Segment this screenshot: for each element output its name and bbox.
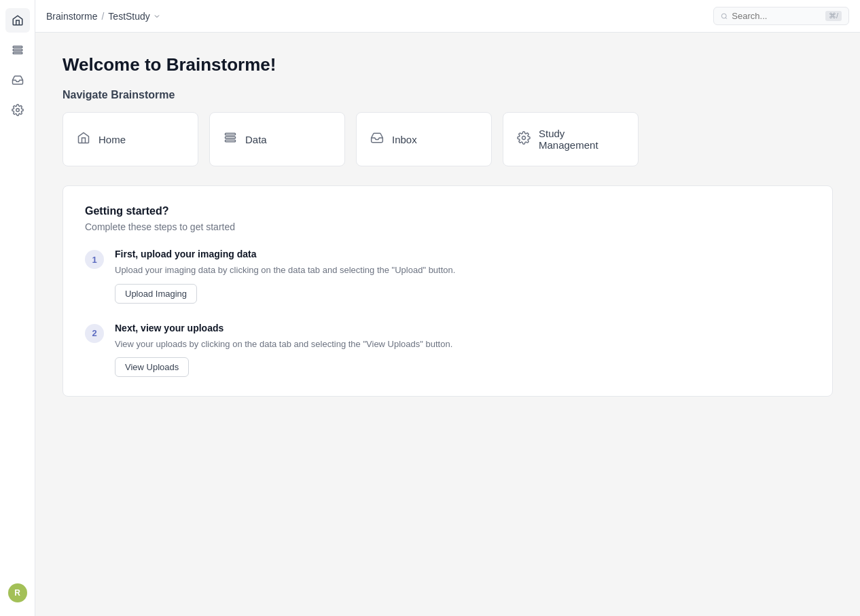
step-1-content: First, upload your imaging data Upload y… <box>115 249 810 304</box>
svg-rect-2 <box>13 52 22 54</box>
page-title: Welcome to Brainstorme! <box>62 54 833 75</box>
step-1-number: 1 <box>85 250 104 269</box>
sidebar-item-settings[interactable] <box>5 98 30 122</box>
breadcrumb-separator: / <box>101 11 104 22</box>
sidebar-item-inbox[interactable] <box>5 68 30 92</box>
step-2-description: View your uploads by clicking on the dat… <box>115 338 810 351</box>
step-2-content: Next, view your uploads View your upload… <box>115 323 810 378</box>
svg-rect-6 <box>226 137 236 139</box>
nav-card-inbox[interactable]: Inbox <box>356 112 492 166</box>
svg-rect-0 <box>13 46 22 48</box>
nav-card-data-label: Data <box>245 134 267 145</box>
upload-imaging-button[interactable]: Upload Imaging <box>115 284 197 304</box>
nav-card-home[interactable]: Home <box>62 112 198 166</box>
step-2: 2 Next, view your uploads View your uplo… <box>85 323 810 378</box>
svg-point-4 <box>721 14 726 18</box>
search-input[interactable] <box>732 11 821 21</box>
view-uploads-button[interactable]: View Uploads <box>115 357 189 377</box>
step-2-title: Next, view your uploads <box>115 323 810 333</box>
breadcrumb: Brainstorme / TestStudy <box>46 11 161 22</box>
step-1: 1 First, upload your imaging data Upload… <box>85 249 810 304</box>
nav-cards: Home Data Inbox Study Management <box>62 112 833 166</box>
nav-card-study-management[interactable]: Study Management <box>503 112 639 166</box>
sidebar: R <box>0 0 35 616</box>
user-avatar[interactable]: R <box>8 583 27 602</box>
page-content: Welcome to Brainstorme! Navigate Brainst… <box>35 33 860 616</box>
breadcrumb-current-label: TestStudy <box>108 11 149 22</box>
nav-card-inbox-label: Inbox <box>392 134 417 145</box>
svg-rect-1 <box>13 50 22 51</box>
main-content: Brainstorme / TestStudy ⌘/ Welcome to Br… <box>35 0 860 616</box>
search-bar[interactable]: ⌘/ <box>713 7 849 25</box>
svg-point-8 <box>522 136 526 139</box>
breadcrumb-root[interactable]: Brainstorme <box>46 11 97 22</box>
sidebar-item-home[interactable] <box>5 8 30 33</box>
step-2-number: 2 <box>85 324 104 343</box>
getting-started-title: Getting started? <box>85 205 810 217</box>
nav-card-data[interactable]: Data <box>209 112 345 166</box>
search-shortcut: ⌘/ <box>825 11 842 21</box>
chevron-down-icon <box>153 12 161 20</box>
svg-rect-7 <box>226 140 236 142</box>
data-nav-icon <box>223 131 237 148</box>
getting-started-subtitle: Complete these steps to get started <box>85 221 810 232</box>
sidebar-item-data[interactable] <box>5 38 30 62</box>
inbox-nav-icon <box>370 131 384 148</box>
study-management-nav-icon <box>517 131 531 148</box>
home-nav-icon <box>77 131 90 148</box>
nav-card-study-management-label: Study Management <box>539 128 624 151</box>
svg-rect-5 <box>226 133 236 135</box>
nav-card-home-label: Home <box>98 134 126 145</box>
getting-started-card: Getting started? Complete these steps to… <box>62 185 833 397</box>
search-icon <box>721 12 728 21</box>
topbar: Brainstorme / TestStudy ⌘/ <box>35 0 860 33</box>
svg-point-3 <box>16 109 19 112</box>
breadcrumb-current[interactable]: TestStudy <box>108 11 160 22</box>
navigate-section-title: Navigate Brainstorme <box>62 89 833 101</box>
step-1-description: Upload your imaging data by clicking on … <box>115 264 810 277</box>
step-1-title: First, upload your imaging data <box>115 249 810 259</box>
